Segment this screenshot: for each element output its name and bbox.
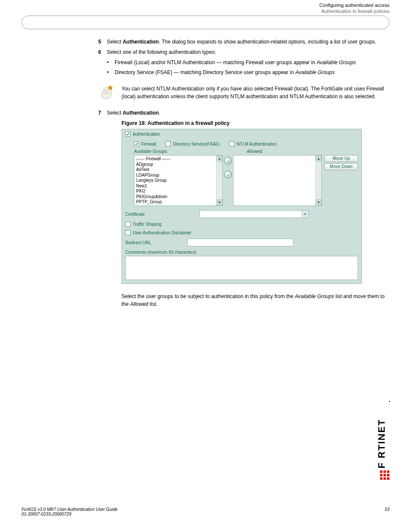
dirserv-checkbox[interactable] <box>165 141 171 146</box>
list-item[interactable]: RadiusGroup <box>136 205 221 206</box>
text-bold: Authentication <box>123 110 159 116</box>
list-item[interactable]: Langleys Group <box>136 178 221 184</box>
scrollbar[interactable]: ▲ ▼ <box>315 156 321 205</box>
list-item[interactable]: PKIGroupAdmin <box>136 194 221 200</box>
auth-header-row: Authentication <box>122 129 361 139</box>
text-italic: Available Groups <box>295 293 334 299</box>
firewall-checkbox[interactable] <box>134 141 139 146</box>
text: Select the user groups to be subject to … <box>121 293 295 299</box>
available-groups-listbox[interactable]: ------ Firewall ------ADgroupAdTestLDAPG… <box>134 155 223 206</box>
svg-rect-7 <box>387 474 389 476</box>
ntlm-checkbox[interactable] <box>229 141 234 146</box>
text-italic: Available Groups <box>317 59 356 65</box>
footer-title: FortiOS v3.0 MR7 User Authentication Use… <box>22 507 118 512</box>
chevron-down-icon[interactable]: ▾ <box>302 211 308 218</box>
step-5: 5 Select Authentication. The dialog box … <box>98 38 387 46</box>
list-item[interactable]: LDAPGroup <box>136 173 221 178</box>
disclaimer-checkbox[interactable] <box>125 230 131 235</box>
scroll-up-icon[interactable]: ▲ <box>217 156 222 162</box>
redirect-url-label: Redirect URL <box>125 240 182 245</box>
authentication-checkbox[interactable] <box>125 131 131 137</box>
note-text: You can select NTLM Authentication only … <box>121 85 387 100</box>
text: — matching Firewall user groups appear i… <box>217 59 317 65</box>
text: Select <box>107 39 123 45</box>
svg-rect-4 <box>387 470 389 473</box>
list-item[interactable]: PKI2 <box>136 189 221 194</box>
text: Select <box>107 110 123 116</box>
svg-point-11 <box>389 401 390 402</box>
bullet-item: • Firewall (Local) and/or NTLM Authentic… <box>107 59 387 66</box>
scrollbar[interactable]: ▲ ▼ <box>216 156 222 205</box>
page-footer: FortiOS v3.0 MR7 User Authentication Use… <box>22 507 389 516</box>
list-item[interactable]: ------ Firewall ------ <box>136 156 221 162</box>
svg-rect-9 <box>383 477 386 480</box>
redirect-url-input[interactable] <box>187 239 293 246</box>
bullet-item: • Directory Service (FSAE) — matching Di… <box>107 68 387 76</box>
dirserv-checkbox-label[interactable]: Directory Service(FSAE) <box>165 141 220 146</box>
allowed-listbox[interactable]: ▲ ▼ <box>233 155 322 206</box>
comments-textarea[interactable] <box>125 256 358 280</box>
certificate-label: Certificate <box>125 212 194 217</box>
fortinet-logo: F RTINET <box>378 401 391 487</box>
move-right-button[interactable]: → <box>224 157 232 165</box>
list-item[interactable]: ADgroup <box>136 162 221 168</box>
text-bold: Authentication <box>123 39 159 45</box>
note-icon <box>98 84 115 101</box>
step-number: 7 <box>98 109 107 117</box>
text: Select one of the following authenticati… <box>107 49 216 55</box>
scroll-up-icon[interactable]: ▲ <box>316 156 321 162</box>
footer-docid: 01-30007-0233-20080729 <box>22 512 118 516</box>
authentication-label: Authentication <box>133 132 160 137</box>
move-down-button[interactable]: Move Down <box>324 163 358 170</box>
svg-rect-10 <box>387 477 389 480</box>
svg-rect-3 <box>383 470 386 473</box>
auth-panel: Authentication Firewall Directory Servic… <box>121 129 362 284</box>
step-6: 6 Select one of the following authentica… <box>98 48 387 80</box>
list-item[interactable]: PPTP_Group <box>136 199 221 205</box>
step-body: Select one of the following authenticati… <box>107 48 387 80</box>
auth-type-row: Firewall Directory Service(FSAE) NTLM Au… <box>122 139 361 148</box>
text: list. <box>148 301 157 307</box>
label-text: Directory Service(FSAE) <box>173 142 220 146</box>
step-body: Select Authentication. <box>107 109 387 117</box>
certificate-select[interactable]: ▾ <box>199 210 309 218</box>
svg-text:F   RTINET: F RTINET <box>378 419 387 469</box>
text: Directory Service (FSAE) <box>115 69 174 75</box>
bullet-dot: • <box>107 68 115 76</box>
text: . The dialog box expands to show authent… <box>159 39 377 45</box>
comments-label: Comments (maximum 63 characters) <box>122 248 361 256</box>
traffic-shaping-checkbox[interactable] <box>125 221 131 227</box>
step-body: Select Authentication. The dialog box ex… <box>107 38 387 46</box>
list-item[interactable]: New1 <box>136 184 221 189</box>
svg-rect-5 <box>380 474 383 476</box>
disclaimer-label: User Authentication Disclaimer <box>133 230 191 235</box>
svg-rect-6 <box>383 474 386 476</box>
step-number: 6 <box>98 48 107 80</box>
text-italic: Allowed <box>130 301 148 307</box>
firewall-checkbox-label[interactable]: Firewall <box>134 141 156 146</box>
available-groups-label: Available Groups: <box>134 149 235 154</box>
page-number: 53 <box>372 507 389 516</box>
move-left-button[interactable]: ← <box>224 171 232 178</box>
ntlm-checkbox-label[interactable]: NTLM Authentication <box>229 141 277 146</box>
bullet-dot: • <box>107 59 115 66</box>
post-figure-text: Select the user groups to be subject to … <box>121 292 387 308</box>
move-up-button[interactable]: Move Up <box>324 155 358 162</box>
scroll-down-icon[interactable]: ▼ <box>217 199 222 205</box>
text: — matching Directory Service user groups… <box>174 69 295 75</box>
scroll-down-icon[interactable]: ▼ <box>316 199 321 205</box>
note-callout: You can select NTLM Authentication only … <box>98 84 387 101</box>
figure-caption: Figure 18: Authentication in a firewall … <box>121 120 387 126</box>
header-chapter: Configuring authenticated access <box>0 0 411 9</box>
step-number: 5 <box>98 38 107 46</box>
traffic-shaping-label: Traffic Shaping <box>133 222 162 227</box>
label-text: Firewall <box>141 142 156 146</box>
svg-rect-2 <box>380 470 383 473</box>
header-section: Authentication in firewall policies <box>0 9 411 16</box>
text-italic: Available Groups <box>295 69 334 75</box>
list-item[interactable]: AdTest <box>136 167 221 173</box>
text: . <box>159 110 160 116</box>
text: Firewall (Local) and/or NTLM Authenticat… <box>115 59 217 65</box>
label-text: NTLM Authentication <box>237 142 277 146</box>
header-rule <box>22 16 389 29</box>
